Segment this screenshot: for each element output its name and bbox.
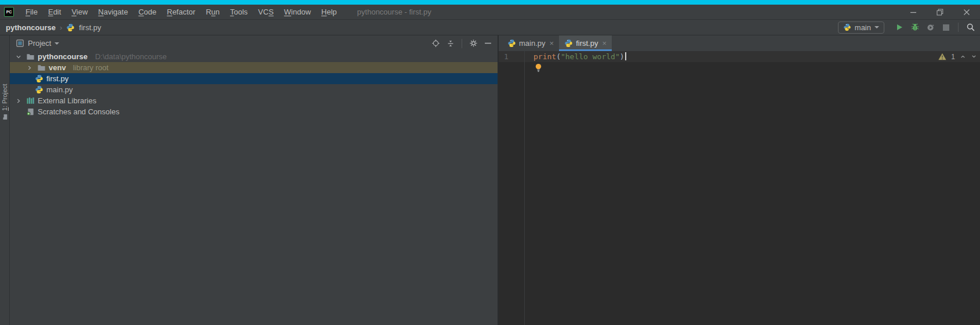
search-icon: [966, 23, 975, 32]
menu-tools[interactable]: Tools: [225, 8, 253, 16]
minimize-button[interactable]: [900, 5, 927, 19]
coverage-icon: [926, 23, 935, 32]
python-file-icon: [564, 39, 573, 48]
menu-help[interactable]: Help: [316, 8, 342, 16]
warning-icon[interactable]: [938, 53, 946, 60]
tree-row-first-py[interactable]: first.py: [10, 73, 498, 84]
code-line-1[interactable]: print("hello world"): [525, 51, 626, 62]
tree-row-scratches[interactable]: Scratches and Consoles: [10, 106, 498, 117]
code-token-close-paren: ): [620, 52, 625, 61]
tree-item-name: Scratches and Consoles: [38, 107, 119, 116]
minimize-icon: [910, 9, 917, 16]
tree-row-venv[interactable]: venv library root: [10, 62, 498, 73]
inspections-widget: 1: [938, 51, 977, 62]
next-problem-icon[interactable]: [971, 53, 977, 60]
code-token-open-paren: (: [556, 52, 561, 61]
project-panel-title[interactable]: Project: [28, 39, 51, 48]
menu-window[interactable]: Window: [279, 8, 316, 16]
folder-icon: [26, 52, 35, 62]
code-token-string: "hello world": [561, 52, 620, 61]
run-button[interactable]: [892, 21, 906, 34]
scratches-icon: [26, 107, 35, 117]
locate-file-icon[interactable]: [431, 39, 440, 48]
python-file-icon: [66, 23, 75, 32]
project-panel-header: Project: [10, 35, 498, 51]
tab-first-py[interactable]: first.py ×: [559, 35, 612, 51]
bug-icon: [910, 23, 920, 32]
menu-navigate[interactable]: Navigate: [93, 8, 133, 16]
chevron-right-icon[interactable]: [25, 63, 34, 72]
run-configuration-selector[interactable]: main: [838, 21, 884, 34]
python-file-icon: [507, 39, 516, 48]
run-with-coverage-button[interactable]: [924, 21, 937, 34]
navigation-toolbar: pythoncourse › first.py main: [0, 19, 980, 35]
intention-lightbulb[interactable]: [535, 63, 542, 73]
run-configuration-name: main: [855, 23, 871, 32]
tree-item-name: first.py: [46, 74, 68, 83]
breadcrumb-project[interactable]: pythoncourse: [6, 23, 56, 32]
project-panel-actions: [431, 39, 492, 48]
menu-vcs[interactable]: VCS: [253, 8, 279, 16]
project-tool-window-button[interactable]: 1: Project: [1, 84, 8, 120]
debug-button[interactable]: [908, 21, 921, 34]
chevron-right-icon[interactable]: [14, 96, 23, 105]
tree-item-path: D:\data\pythoncourse: [95, 52, 167, 61]
folder-icon: [37, 63, 46, 73]
tab-main-py[interactable]: main.py ×: [502, 35, 559, 51]
window-controls: [900, 5, 980, 19]
breadcrumb-file[interactable]: first.py: [79, 23, 101, 32]
restore-button[interactable]: [927, 5, 953, 19]
search-everywhere-button[interactable]: [964, 21, 977, 34]
menu-edit[interactable]: Edit: [43, 8, 66, 16]
menu-view[interactable]: View: [66, 8, 93, 16]
warning-count[interactable]: 1: [951, 53, 955, 61]
titlebar: PC File Edit View Navigate Code Refactor…: [0, 5, 980, 19]
tab-close-icon[interactable]: ×: [602, 39, 607, 47]
window-top-accent-bar: [0, 0, 980, 5]
run-icon: [895, 23, 903, 31]
restore-icon: [937, 9, 943, 16]
editor-area: main.py × first.py × 1 print("hello worl…: [499, 35, 980, 325]
project-tree: pythoncourse D:\data\pythoncourse venv l…: [10, 51, 498, 117]
tree-row-main-py[interactable]: main.py: [10, 84, 498, 95]
hide-panel-icon[interactable]: [484, 39, 492, 47]
main-area: 1: Project Project: [0, 35, 980, 325]
collapse-all-icon[interactable]: [447, 39, 455, 48]
tree-row-pythoncourse[interactable]: pythoncourse D:\data\pythoncourse: [10, 51, 498, 62]
close-button[interactable]: [953, 5, 980, 19]
python-file-icon: [34, 74, 43, 84]
previous-problem-icon[interactable]: [960, 53, 966, 60]
tree-indent-spacer: [14, 107, 23, 116]
line-number[interactable]: 1: [499, 51, 524, 62]
lightbulb-icon: [535, 63, 542, 73]
chevron-down-icon[interactable]: [14, 52, 23, 61]
tab-label: main.py: [519, 39, 546, 48]
editor-gutter[interactable]: 1: [499, 51, 525, 325]
breadcrumb: pythoncourse › first.py: [0, 23, 101, 32]
code-editor[interactable]: 1 print("hello world") 1: [499, 51, 980, 325]
run-toolbar: main: [838, 21, 980, 34]
close-icon: [963, 9, 970, 16]
tab-close-icon[interactable]: ×: [550, 39, 554, 47]
breadcrumb-separator-icon: ›: [60, 23, 62, 32]
tree-item-suffix: library root: [73, 63, 108, 72]
menu-refactor[interactable]: Refactor: [162, 8, 201, 16]
project-panel: Project: [10, 35, 498, 325]
menubar: File Edit View Navigate Code Refactor Ru…: [20, 8, 342, 16]
toolbar-divider: [958, 23, 959, 32]
tree-item-name: pythoncourse: [38, 52, 88, 61]
tree-item-name: main.py: [46, 85, 73, 94]
menu-file[interactable]: File: [20, 8, 43, 16]
window-title: pythoncourse - first.py: [357, 8, 431, 16]
left-tool-stripe: 1: Project: [0, 35, 10, 325]
menu-code[interactable]: Code: [133, 8, 162, 16]
tree-row-external-libraries[interactable]: External Libraries: [10, 95, 498, 106]
pycharm-logo: PC: [4, 7, 14, 17]
panel-header-divider: [462, 39, 462, 48]
menu-run[interactable]: Run: [201, 8, 225, 16]
stop-icon: [943, 24, 949, 31]
text-caret: [625, 52, 626, 60]
chevron-down-icon[interactable]: [55, 42, 59, 45]
settings-gear-icon[interactable]: [469, 39, 478, 48]
python-file-icon: [34, 85, 43, 95]
